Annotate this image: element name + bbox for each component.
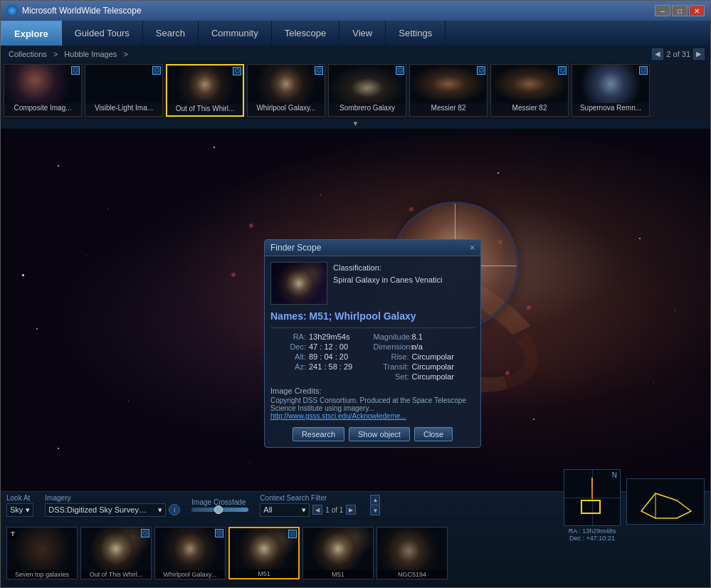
maximize-button[interactable]: □ [672,5,688,16]
nav-telescope[interactable]: Telescope [272,21,340,46]
finder-credits-title: Image Credits: [270,387,475,395]
filter-prev-button[interactable]: ◀ [312,505,322,515]
btm-thumb-m51[interactable]: M51 [302,527,374,579]
btm-corner-icon: ⬡ [215,529,223,537]
bottom-thumbs-row: T Seven top galaxies ⬡ Out of This Whirl… [1,519,710,587]
thumbnail-sombrero[interactable]: ⬡ Sombrero Galaxy [328,64,406,117]
imagery-label: Imagery [45,494,180,502]
compass-north-label: N [612,471,617,479]
btm-thumb-tour[interactable]: T Seven top galaxies [6,527,78,579]
thumb-icon: ⬡ [639,66,648,75]
prev-page-button[interactable]: ◀ [652,48,663,60]
nav-settings[interactable]: Settings [386,21,446,46]
btm-label-ngc: NGC5194 [377,570,447,579]
imagery-info-button[interactable]: i [169,504,180,515]
thumb-label: Messier 82 [410,103,487,112]
finder-data-grid: RA: 13h29m54s Dec: 47 : 12 : 00 Alt: 89 … [265,330,480,384]
page-nav: ◀ 2 of 31 ▶ [652,48,705,60]
tour-icon: T [9,529,17,539]
nav-bar: Explore Guided Tours Search Community Te… [1,21,710,46]
thumb-icon: ⬡ [152,66,161,75]
btm-label-m51-selected: M51 [230,569,298,578]
btm-label-tour: Seven top galaxies [7,570,77,579]
thumb-label: Visible-Light Ima... [85,103,162,112]
nav-search[interactable]: Search [143,21,199,46]
filter-next-button[interactable]: ▶ [346,505,356,515]
finder-credits-text: Copyright DSS Consortium. Produced at th… [270,397,475,412]
breadcrumb-collections[interactable]: Collections [9,50,47,58]
btm-label-m51: M51 [303,570,373,579]
thumb-label: Supernova Remn... [572,103,649,112]
breadcrumb-hubble[interactable]: Hubble Images [64,50,117,58]
next-page-button[interactable]: ▶ [693,48,705,60]
thumb-label: Messier 82 [491,103,568,112]
look-at-group: Look At Sky ▾ [6,494,33,517]
nav-view[interactable]: View [339,21,386,46]
btm-thumb-ngc[interactable]: NGC5194 [376,527,448,579]
thumbnail-m82-2[interactable]: ⬡ Messier 82 [490,64,569,117]
thumb-icon: ⬡ [396,66,404,75]
close-button[interactable]: ✕ [689,5,705,16]
thumbnail-m82-1[interactable]: ⬡ Messier 82 [409,64,488,117]
crossfade-slider[interactable] [191,508,248,512]
show-object-button[interactable]: Show object [349,427,410,441]
context-filter-row: All ▾ ◀ 1 of 1 ▶ [260,503,356,517]
finder-actions: Research Show object Close [265,423,480,447]
thumb-icon: ⬡ [477,66,485,75]
compass-down-button[interactable]: ▼ [370,505,380,515]
context-filter-group: Context Search Filter All ▾ ◀ 1 of 1 ▶ [260,494,356,517]
title-bar: Microsoft WorldWide Telescope – □ ✕ [1,1,710,21]
app-window: Microsoft WorldWide Telescope – □ ✕ Expl… [0,0,711,588]
collapse-strip-button[interactable]: ▼ [1,119,710,129]
thumb-icon: ⬡ [558,66,567,75]
nav-community[interactable]: Community [199,21,272,46]
look-at-label: Look At [6,494,33,502]
thumbnail-out-of-this[interactable]: ⬡ Out of This Whirl... [166,64,244,117]
minimize-button[interactable]: – [655,5,670,16]
imagery-select[interactable]: DSS:Digitized Sky Survey (O... ▾ [45,503,166,517]
constellation-box [626,478,705,525]
thumbnail-supernova[interactable]: ⬡ Supernova Remn... [572,64,650,117]
compass-up-button[interactable]: ▲ [370,495,380,505]
finder-credits-link[interactable]: http://www.gsss.stsci.edu/Acknowledeme..… [270,412,475,420]
crossfade-group: Image Crossfade [191,498,248,512]
btm-thumb-out-of-this[interactable]: ⬡ Out of This Whirl... [80,527,152,579]
btm-corner-icon: ⬡ [288,530,297,538]
thumbnail-whirlpool[interactable]: ⬡ Whirlpool Galaxy... [247,64,325,117]
thumb-label: Sombrero Galaxy [329,103,406,112]
thumb-label: Composite Imag... [4,103,81,112]
look-at-select[interactable]: Sky ▾ [6,503,33,517]
context-filter-select[interactable]: All ▾ [260,503,310,517]
btm-thumb-whirlpool[interactable]: ⬡ Whirlpool Galaxy... [154,527,226,579]
context-filter-label: Context Search Filter [260,494,356,502]
thumbnail-composite[interactable]: ⬡ Composite Imag... [4,64,82,117]
research-button[interactable]: Research [293,427,344,441]
bottom-thumbs: T Seven top galaxies ⬡ Out of This Whirl… [1,524,710,582]
nav-explore[interactable]: Explore [1,21,62,46]
thumb-label: Out of This Whirl... [167,104,243,113]
collection-bar: Collections > Hubble Images > ◀ 2 of 31 … [1,46,710,62]
crossfade-thumb[interactable] [214,505,223,514]
thumb-icon: ⬡ [71,66,80,75]
btm-corner-icon: ⬡ [141,529,149,537]
bottom-controls: Look At Sky ▾ Imagery DSS:Digitized Sky … [1,492,710,519]
finder-close-button[interactable]: × [470,243,475,253]
finder-classification: Classification: Spiral Galaxy in Canes V… [333,262,442,305]
finder-close-btn[interactable]: Close [414,427,453,441]
nav-guided-tours[interactable]: Guided Tours [62,21,143,46]
finder-scope-title: Finder Scope [270,243,321,253]
thumb-label: Whirlpool Galaxy... [248,103,325,112]
btm-label-whirlpool: Whirlpool Galaxy... [155,570,225,579]
btm-thumb-m51-selected[interactable]: ⬡ M51 [228,527,300,579]
window-title: Microsoft WorldWide Telescope [22,6,655,16]
app-icon [6,5,18,16]
thumb-icon: ⬡ [233,67,241,75]
thumbnail-strip: ⬡ Composite Imag... ⬡ Visible-Light Ima.… [1,62,710,119]
finder-credits: Image Credits: Copyright DSS Consortium.… [265,384,480,423]
window-controls: – □ ✕ [655,5,705,16]
finder-top-section: Classification: Spiral Galaxy in Canes V… [265,256,480,310]
thumbnail-visible[interactable]: ⬡ Visible-Light Ima... [85,64,163,117]
crossfade-label: Image Crossfade [191,498,248,506]
finder-thumbnail [270,262,327,305]
compass-box: N [564,469,621,526]
